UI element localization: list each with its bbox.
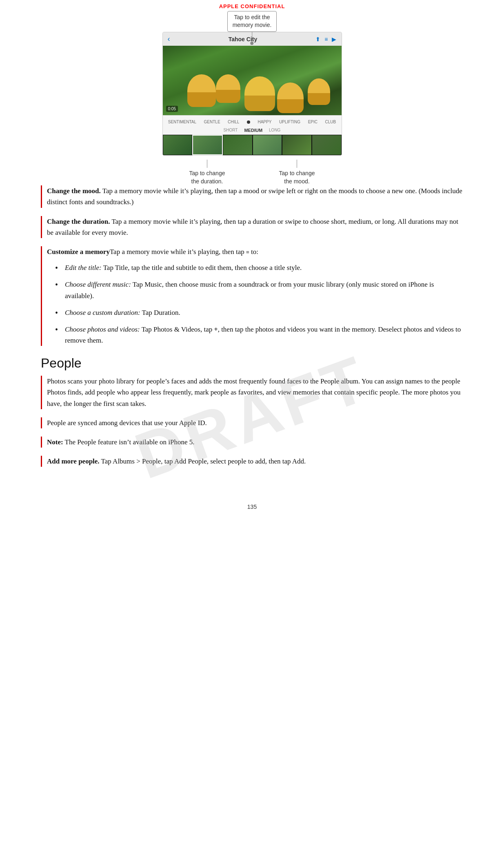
main-content: Change the mood. Tap a memory movie whil…	[0, 185, 504, 491]
nav-icons: ⬆ ≡ ▶	[315, 36, 336, 42]
change-mood-body: Tap a memory movie while it’s playing, t…	[47, 187, 462, 206]
bullet-item-duration: Choose a custom duration: Tap Duration.	[55, 307, 463, 318]
people-para2-section: People are synced among devices that use…	[41, 417, 463, 428]
customize-memory-section: Customize a memoryTap a memory movie whi…	[41, 246, 463, 346]
duration-short[interactable]: SHORT	[224, 128, 238, 133]
bullet-music-term: Choose different music:	[65, 281, 131, 288]
thumb-2-selected[interactable]	[192, 135, 223, 155]
change-mood-term: Change the mood.	[47, 187, 101, 195]
annotation-box: Tap to edit the memory movie.	[227, 11, 277, 32]
people-para2: People are synced among devices that use…	[47, 417, 463, 428]
apple-confidential-label: APPLE CONFIDENTIAL	[0, 0, 504, 9]
bullet-duration-body: Tap Duration.	[140, 309, 180, 316]
photo-area: 0:05	[163, 46, 342, 115]
bullet-item-photos: Choose photos and videos: Tap Photos & V…	[55, 324, 463, 346]
thumbnail-strip[interactable]	[163, 135, 342, 155]
people-note-paragraph: Note: The People feature isn’t available…	[47, 437, 463, 448]
play-icon[interactable]: ▶	[332, 36, 336, 42]
annotation-line2: memory movie.	[233, 22, 272, 28]
thumb-4[interactable]	[253, 135, 282, 155]
customize-memory-intro: Tap a memory movie while it’s playing, t…	[110, 248, 244, 256]
callout-mood: Tap to change the mood.	[279, 160, 315, 185]
iphone-mockup: ‹ Tahoe City ⬆ ≡ ▶ 0:05 SENTIMENTAL	[162, 32, 342, 156]
bullet-title-term: Edit the title:	[65, 264, 102, 272]
mood-happy[interactable]: HAPPY	[256, 119, 273, 125]
people-note-term: Note:	[47, 438, 63, 446]
add-more-paragraph: Add more people. Tap Albums > People, ta…	[47, 456, 463, 467]
callout-duration-line	[207, 160, 208, 168]
bullet-item-title: Edit the title: Tap Title, tap the title…	[55, 262, 463, 273]
bullet-photos-body: Tap Photos & Videos, tap	[140, 325, 213, 333]
duration-items-row: SHORT MEDIUM LONG	[163, 128, 342, 133]
people-para1: Photos scans your photo library for peop…	[47, 376, 463, 409]
bullet-list: Edit the title: Tap Title, tap the title…	[47, 262, 463, 346]
change-mood-paragraph: Change the mood. Tap a memory movie whil…	[47, 185, 463, 207]
share-icon[interactable]: ⬆	[315, 36, 320, 42]
customize-memory-term: Customize a memory	[47, 248, 110, 256]
page-number: 135	[0, 504, 504, 518]
thumb-3[interactable]	[223, 135, 253, 155]
annotation-line1: Tap to edit the	[234, 14, 270, 20]
page-container: DRAFT APPLE CONFIDENTIAL Tap to edit the…	[0, 0, 504, 849]
people-heading: People	[41, 356, 463, 371]
customize-memory-suffix: to:	[249, 248, 258, 256]
mood-bar[interactable]: SENTIMENTAL GENTLE CHILL HAPPY UPLIFTING…	[163, 115, 342, 127]
plus-icon-inline: +	[214, 324, 218, 335]
people-para1-section: Photos scans your photo library for peop…	[41, 376, 463, 409]
change-duration-section: Change the duration. Tap a memory movie …	[41, 216, 463, 238]
add-more-term: Add more people.	[47, 457, 100, 465]
top-annotation-area: Tap to edit the memory movie.	[0, 9, 504, 32]
annotation-connector-line	[252, 31, 253, 43]
bullet-photos-term: Choose photos and videos:	[65, 325, 140, 333]
filter-icon[interactable]: ≡	[324, 36, 328, 42]
callout-duration: Tap to change the duration.	[189, 160, 225, 185]
people-note-section: Note: The People feature isn’t available…	[41, 437, 463, 448]
change-duration-paragraph: Change the duration. Tap a memory movie …	[47, 216, 463, 238]
photo-people	[163, 46, 342, 115]
duration-medium[interactable]: MEDIUM	[244, 128, 262, 133]
mood-dot-selected[interactable]	[245, 119, 252, 125]
thumb-6[interactable]	[312, 135, 342, 155]
mood-club[interactable]: CLUB	[324, 119, 338, 125]
duration-bar[interactable]: SHORT MEDIUM LONG	[163, 127, 342, 135]
people-note-body: The People feature isn’t available on iP…	[63, 438, 195, 446]
video-duration-overlay: 0:05	[166, 106, 178, 112]
bottom-callout-container: Tap to change the duration. Tap to chang…	[162, 160, 342, 185]
thumb-5[interactable]	[282, 135, 312, 155]
thumb-1[interactable]	[163, 135, 193, 155]
callout-duration-label: Tap to change the duration.	[189, 169, 225, 185]
mood-epic[interactable]: EPIC	[306, 119, 319, 125]
customize-memory-paragraph: Customize a memoryTap a memory movie whi…	[47, 246, 463, 257]
duration-long[interactable]: LONG	[269, 128, 280, 133]
mood-gentle[interactable]: GENTLE	[202, 119, 222, 125]
callout-mood-label: Tap to change the mood.	[279, 169, 315, 185]
bullet-duration-term: Choose a custom duration:	[65, 309, 140, 316]
callout-mood-line	[297, 160, 298, 168]
add-more-people-section: Add more people. Tap Albums > People, ta…	[41, 456, 463, 467]
bullet-title-body: Tap Title, tap the title and subtitle to…	[102, 264, 302, 272]
back-button[interactable]: ‹	[168, 35, 170, 43]
change-mood-section: Change the mood. Tap a memory movie whil…	[41, 185, 463, 207]
change-duration-term: Change the duration.	[47, 218, 110, 225]
mood-uplifting[interactable]: UPLIFTING	[278, 119, 302, 125]
mood-dot-indicator	[247, 120, 250, 124]
add-more-body: Tap Albums > People, tap Add People, sel…	[100, 457, 306, 465]
mood-sentimental[interactable]: SENTIMENTAL	[167, 119, 198, 125]
filter-icon-inline: ≡	[246, 248, 249, 257]
nav-title: Tahoe City	[229, 36, 258, 42]
mood-chill[interactable]: CHILL	[226, 119, 241, 125]
mood-items-row: SENTIMENTAL GENTLE CHILL HAPPY UPLIFTING…	[163, 119, 342, 125]
bullet-item-music: Choose different music: Tap Music, then …	[55, 279, 463, 301]
